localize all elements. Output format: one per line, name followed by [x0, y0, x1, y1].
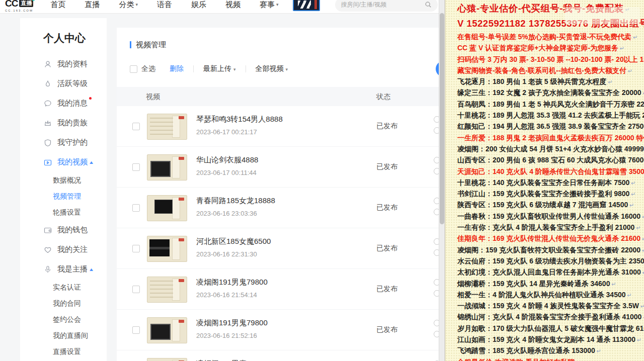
video-title[interactable]: 凌烟阁191男鬼79800 [196, 318, 268, 328]
sidebar-subitem[interactable]: 实名认证 [20, 279, 107, 295]
logo-text: CC [5, 0, 18, 8]
video-date: 2023-06-16 23:03:36 [196, 210, 257, 217]
row-checkbox[interactable] [132, 204, 140, 212]
video-thumbnail[interactable] [147, 236, 187, 262]
ad-line: 十里桃花：140 克火队装备宝宝齐全日常任务副本 7500 [457, 177, 643, 189]
column-status: 状态 [376, 93, 390, 102]
sidebar-item[interactable]: 我的贵族 [20, 113, 107, 133]
delete-button[interactable]: 删除 [170, 64, 184, 73]
sidebar-item-label: 我守护的 [57, 138, 88, 147]
video-title[interactable]: 河北新区185女魔6500 [196, 237, 271, 246]
section-title: 视频管理 [130, 40, 449, 50]
sidebar-item[interactable]: 我的关注 [20, 240, 107, 259]
main-nav: 首页直播分类▾语音娱乐视频赛事▾ [50, 0, 278, 10]
sidebar-subitem[interactable]: 轮播设置 [20, 204, 107, 220]
scrollbar-thumb[interactable] [440, 13, 444, 224]
video-status: 已发布 [376, 244, 397, 253]
video-thumbnail[interactable] [147, 358, 187, 361]
nav-item[interactable]: 语音 [157, 0, 172, 10]
video-icon [44, 158, 52, 166]
sidebar-item[interactable]: 我的消息 [20, 94, 107, 113]
video-thumbnail[interactable] [147, 277, 187, 303]
row-checkbox[interactable] [132, 326, 140, 334]
page-title: 个人中心 [43, 31, 107, 45]
sidebar-item-label: 活跃等级 [57, 79, 88, 88]
ad-line: 一生所爱：188 男鬼 2 老孩回血鬼火孟极去疾百万 26000 特价号 [457, 133, 643, 144]
sidebar-item-label: 我的关注 [57, 245, 88, 254]
sidebar-item[interactable]: 我的视频▲ [20, 152, 107, 172]
video-thumbnail[interactable] [147, 317, 187, 343]
sort-dropdown[interactable]: 最新上传▾ [203, 64, 236, 73]
video-thumbnail[interactable] [147, 154, 187, 180]
table-header: 视频 状态 [117, 87, 449, 106]
sidebar-item-label: 我的视频 [57, 157, 88, 167]
sidebar-subitem[interactable]: 视频管理 [20, 188, 107, 204]
ad-line: 相爱一生：4 阶混人鬼火队神兵仙种植职业通杀 34500 [457, 290, 643, 301]
sidebar-item[interactable]: 活跃等级 [20, 74, 107, 94]
sidebar-item[interactable]: 我守护的 [20, 133, 107, 152]
video-title[interactable]: 琴瑟和鸣3转154男人8888 [196, 115, 283, 124]
video-title[interactable]: 凌烟阁200男魔79000 [196, 359, 268, 361]
row-checkbox[interactable] [132, 286, 140, 293]
ad-line: 在售组号-单号误差 5%放心选购-买贵管退-不玩免费代卖 [457, 32, 643, 43]
ad-line: 岁月如歌：170 级大力队仙器混人 5 破女魔强牛魔甘霖龙 61000 [457, 323, 643, 334]
section-accent-bar [130, 41, 131, 48]
ad-line: 十里桃花：189 男人忽混 35.3 强混 41.2 去疾孟极上手能玩 2600… [457, 110, 643, 121]
row-checkbox[interactable] [132, 123, 140, 130]
guard-icon [44, 139, 52, 147]
video-thumbnail[interactable] [147, 114, 187, 140]
sidebar-subitem[interactable]: 签约公会 [20, 311, 107, 327]
ad-line: 百鸟朝凤：189 男仙 1 老 5 神兵风克火全满妙音千万亲密 22888 [457, 99, 643, 110]
nav-item[interactable]: 分类▾ [119, 0, 138, 10]
divider [246, 65, 246, 72]
sidebar-item-label: 我是主播 [57, 264, 88, 274]
sidebar-subitem[interactable]: 直播设置 [20, 343, 107, 359]
filter-dropdown[interactable]: 全部视频▾ [256, 64, 288, 73]
heart-icon [44, 246, 52, 254]
nav-item[interactable]: 赛事▾ [260, 0, 279, 10]
row-checkbox[interactable] [132, 245, 140, 252]
sidebar-item[interactable]: 我的资料 [20, 54, 107, 74]
wallet-icon [44, 226, 52, 234]
ad-line: 扫码估号 3 万内 30 票- 3-10-50 票 --10-20-100 票-… [457, 54, 643, 65]
video-title[interactable]: 凌烟阁191男鬼79800 [196, 278, 268, 287]
search-input[interactable] [341, 1, 412, 8]
select-all-label[interactable]: 全选 [141, 64, 155, 73]
nav-item[interactable]: 直播 [85, 0, 100, 10]
search-icon[interactable] [425, 1, 432, 8]
chevron-down-icon: ▾ [135, 2, 138, 7]
sidebar-item-label: 我的贵族 [57, 118, 88, 128]
nav-item[interactable]: 首页 [50, 0, 65, 10]
ad-line: 江山如画：159 克火 4 阶睡女鬼女龙副本 14 通杀 113000 [457, 334, 643, 345]
chevron-down-icon: ▾ [233, 67, 236, 72]
ad-line: 一生有你：克火队 4 阶混人装备宝宝齐全上手盈利 21000 [457, 222, 643, 233]
video-title[interactable]: 华山论剑衣服4888 [196, 155, 258, 165]
sidebar-subitem[interactable]: 数据概况 [20, 172, 107, 188]
search-box[interactable] [335, 0, 438, 12]
sidebar-subitem[interactable]: 我的直播间 [20, 327, 107, 343]
cc-live-logo[interactable]: CC 直播 CC.163.COM [5, 0, 33, 12]
video-title[interactable]: 青春同路185女龙18888 [196, 196, 275, 206]
row-checkbox[interactable] [132, 163, 140, 171]
sidebar-item-label: 我的钱包 [57, 225, 88, 235]
ad-line: 飞鸿踏雪：185 克火队睡杀宫位通杀 153000 [457, 345, 643, 356]
video-row: 琴瑟和鸣3转154男人88882023-06-17 00:21:17已发布 [117, 106, 449, 147]
ad-line: 太初幻境：克火队混人回血鬼日常任务副本异光通杀 31000 [457, 267, 643, 278]
ad-line: 一战倾城：159 克火 4 阶睡 4 族灵性鬼装备宝宝齐全 3.5W [457, 301, 643, 312]
sidebar-subitem[interactable]: 我的合同 [20, 295, 107, 311]
sidebar-item[interactable]: 我是主播▲ [20, 259, 107, 279]
ad-line: 飞花逐月：180 男仙 1 老孩 5 级神兵雷克水程度 [457, 76, 643, 87]
sidebar-item[interactable]: 我的钱包 [20, 220, 107, 240]
video-thumbnail[interactable] [147, 195, 187, 221]
mic-icon [44, 265, 52, 274]
video-row: 华山论剑衣服48882023-06-17 00:11:44已发布 [117, 147, 449, 188]
select-all-checkbox[interactable] [130, 65, 137, 73]
nav-item[interactable]: 视频 [225, 0, 240, 10]
video-date: 2023-06-16 21:54:14 [196, 291, 257, 299]
video-row: 河北新区185女魔65002023-06-16 22:31:30已发布 [117, 228, 449, 269]
event-logo[interactable] [293, 0, 320, 11]
video-status: 已发布 [376, 285, 397, 294]
nav-item[interactable]: 娱乐 [191, 0, 206, 10]
ad-line: CC 蓝 V 认证首席鉴定师+大神金牌鉴定师-为您服务 [457, 43, 643, 54]
chevron-down-icon: ▾ [286, 67, 288, 72]
